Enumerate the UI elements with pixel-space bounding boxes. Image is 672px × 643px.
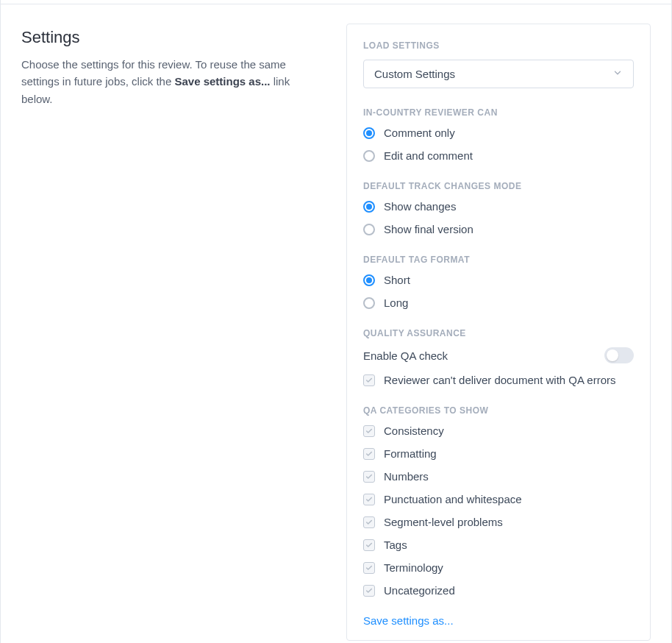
section-label-qa-categories: QA CATEGORIES TO SHOW [363, 405, 634, 416]
checkbox-uncategorized[interactable]: Uncategorized [363, 584, 634, 597]
checkbox-icon [363, 585, 375, 597]
radio-show-final-version[interactable]: Show final version [363, 223, 634, 235]
radio-edit-and-comment[interactable]: Edit and comment [363, 149, 634, 162]
checkbox-consistency[interactable]: Consistency [363, 424, 634, 437]
checkbox-icon [363, 425, 375, 437]
desc-bold: Save settings as... [174, 75, 270, 88]
chevron-down-icon [612, 68, 623, 80]
checkbox-icon [363, 448, 375, 460]
settings-panel: LOAD SETTINGS Custom Settings IN-COUNTRY… [346, 24, 651, 641]
checkbox-icon [363, 471, 375, 483]
radio-icon [363, 127, 375, 139]
checkbox-label: Tags [384, 539, 407, 551]
radio-show-changes[interactable]: Show changes [363, 200, 634, 213]
checkbox-segment-level-problems[interactable]: Segment-level problems [363, 516, 634, 528]
radio-tag-short[interactable]: Short [363, 274, 634, 286]
radio-label: Edit and comment [384, 149, 473, 162]
save-settings-as-link[interactable]: Save settings as... [363, 614, 634, 627]
radio-icon [363, 224, 375, 235]
checkbox-icon [363, 516, 375, 528]
radio-label: Comment only [384, 127, 455, 139]
radio-label: Short [384, 274, 410, 286]
radio-icon [363, 274, 375, 286]
checkbox-label: Formatting [384, 447, 437, 460]
checkbox-label: Terminology [384, 561, 443, 574]
enable-qa-label: Enable QA check [363, 349, 448, 362]
enable-qa-toggle[interactable] [604, 347, 634, 363]
checkbox-label: Numbers [384, 470, 429, 483]
checkbox-label: Punctuation and whitespace [384, 493, 522, 505]
section-label-quality-assurance: QUALITY ASSURANCE [363, 328, 634, 338]
radio-icon [363, 201, 375, 213]
checkbox-tags[interactable]: Tags [363, 539, 634, 551]
checkbox-icon [363, 539, 375, 551]
checkbox-label: Consistency [384, 424, 444, 437]
checkbox-icon [363, 562, 375, 574]
radio-tag-long[interactable]: Long [363, 296, 634, 309]
checkbox-numbers[interactable]: Numbers [363, 470, 634, 483]
checkbox-icon [363, 494, 375, 505]
checkbox-formatting[interactable]: Formatting [363, 447, 634, 460]
checkbox-label: Reviewer can't deliver document with QA … [384, 374, 616, 386]
load-settings-select[interactable]: Custom Settings [363, 60, 634, 88]
page-title: Settings [21, 28, 323, 47]
section-label-load-settings: LOAD SETTINGS [363, 40, 634, 51]
radio-comment-only[interactable]: Comment only [363, 127, 634, 139]
section-label-tag-format: DEFAULT TAG FORMAT [363, 255, 634, 265]
checkbox-icon [363, 374, 375, 386]
load-settings-value: Custom Settings [374, 68, 455, 80]
radio-label: Long [384, 296, 408, 309]
section-label-track-changes: DEFAULT TRACK CHANGES MODE [363, 181, 634, 191]
radio-label: Show final version [384, 223, 473, 235]
checkbox-punctuation-whitespace[interactable]: Punctuation and whitespace [363, 493, 634, 505]
checkbox-label: Segment-level problems [384, 516, 503, 528]
checkbox-block-delivery[interactable]: Reviewer can't deliver document with QA … [363, 374, 634, 386]
radio-icon [363, 297, 375, 309]
radio-icon [363, 150, 375, 162]
checkbox-terminology[interactable]: Terminology [363, 561, 634, 574]
checkbox-label: Uncategorized [384, 584, 455, 597]
section-label-reviewer-can: IN-COUNTRY REVIEWER CAN [363, 107, 634, 118]
radio-label: Show changes [384, 200, 456, 213]
page-description: Choose the settings for this review. To … [21, 56, 323, 107]
